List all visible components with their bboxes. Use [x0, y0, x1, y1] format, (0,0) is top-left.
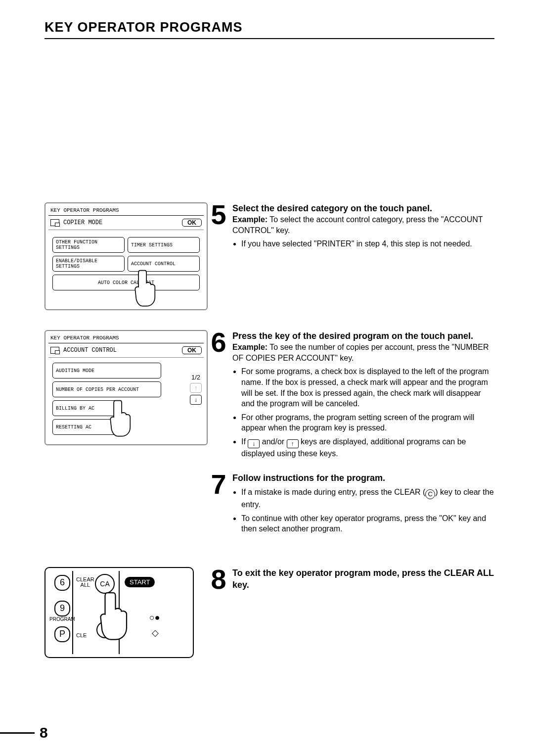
panel-title: KEY OPERATOR PROGRAMS — [50, 207, 204, 213]
example-text: To select the account control category, … — [232, 215, 483, 235]
mode-label: COPIER MODE — [63, 219, 102, 226]
example-text: To see the number of copies per account,… — [232, 343, 489, 362]
program-label: PROGRAM — [49, 616, 75, 622]
touch-panel-step6: KEY OPERATOR PROGRAMS ACCOUNT CONTROL OK… — [44, 330, 208, 445]
down-arrow-button[interactable]: ↓ — [190, 395, 202, 405]
ok-button[interactable]: OK — [182, 219, 202, 227]
keypad-6[interactable]: 6 — [54, 575, 70, 591]
step6-bullet2: For other programs, the program setting … — [241, 412, 494, 433]
example-label: Example: — [232, 343, 267, 351]
start-button[interactable]: START — [125, 577, 155, 587]
ok-button[interactable]: OK — [182, 346, 202, 354]
indicator-dots-icon: ○● — [149, 613, 160, 623]
hand-cursor-icon — [110, 398, 133, 437]
down-arrow-icon: ↓ — [248, 439, 260, 448]
auto-color-calibration-button[interactable]: AUTO COLOR CALIBRAT — [52, 275, 200, 290]
step-number-5: 5 — [208, 202, 229, 227]
clear-key-icon: C — [425, 489, 435, 499]
keypad-9[interactable]: 9 — [54, 601, 70, 616]
step7-bullet1: If a mistake is made during entry, press… — [241, 487, 494, 510]
hand-cursor-icon — [100, 588, 130, 642]
clear-label: CLE — [76, 632, 87, 638]
panel-title: KEY OPERATOR PROGRAMS — [50, 335, 204, 341]
timer-settings-button[interactable]: TIMER SETTINGS — [128, 237, 200, 253]
hand-cursor-icon — [134, 268, 157, 307]
step6-bullet1: For some programs, a check box is displa… — [241, 366, 494, 409]
page-number: 8 — [40, 724, 48, 741]
touch-panel-step5: KEY OPERATOR PROGRAMS COPIER MODE OK OTH… — [44, 202, 208, 310]
up-arrow-button[interactable]: ↑ — [190, 383, 202, 393]
step-number-6: 6 — [208, 330, 229, 355]
step7-bullet2: To continue with other key operator prog… — [241, 513, 494, 534]
auditing-mode-button[interactable]: AUDITING MODE — [52, 363, 161, 378]
start-diamond-icon: ◇ — [152, 627, 159, 638]
enable-disable-settings-button[interactable]: ENABLE/DISABLE SETTINGS — [52, 256, 125, 272]
number-of-copies-button[interactable]: NUMBER OF COPIES PER ACCOUNT — [52, 381, 161, 397]
up-arrow-icon: ↑ — [287, 439, 299, 448]
copier-icon — [50, 347, 59, 354]
step-number-8: 8 — [208, 567, 229, 592]
step-number-7: 7 — [208, 472, 229, 497]
resetting-account-button[interactable]: RESETTING AC — [52, 419, 119, 435]
step7-heading: Follow instructions for the program. — [232, 473, 385, 483]
mode-label: ACCOUNT CONTROL — [63, 347, 117, 354]
copier-icon — [50, 219, 59, 226]
page-title: KEY OPERATOR PROGRAMS — [44, 20, 494, 39]
step5-heading: Select the desired category on the touch… — [232, 203, 432, 213]
step6-bullet3: If ↓ and/or ↑ keys are displayed, additi… — [241, 436, 494, 459]
clear-all-label: CLEAR ALL — [76, 577, 94, 588]
step6-heading: Press the key of the desired program on … — [232, 331, 473, 341]
keypad-illustration: 6 9 PROGRAM P CLEAR ALL CA C CLE START ○… — [44, 567, 194, 658]
step8-heading: To exit the key operator program mode, p… — [232, 568, 494, 590]
billing-by-account-button[interactable]: BILLING BY AC — [52, 400, 119, 416]
example-label: Example: — [232, 215, 267, 224]
step5-bullet: If you have selected "PRINTER" in step 4… — [241, 238, 494, 249]
keypad-p[interactable]: P — [54, 626, 70, 642]
other-function-settings-button[interactable]: OTHER FUNCTION SETTINGS — [52, 237, 125, 253]
page-indicator: 1/2 — [190, 374, 202, 381]
